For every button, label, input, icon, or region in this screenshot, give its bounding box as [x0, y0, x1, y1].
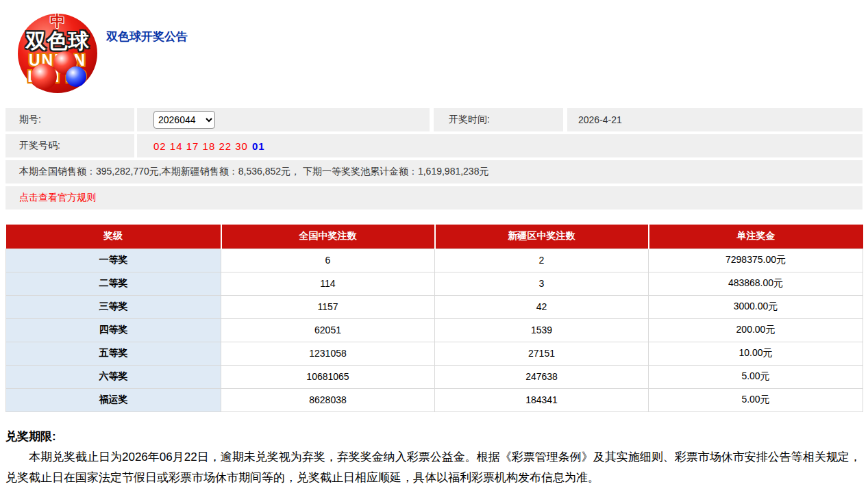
prize-table-header-row: 奖级 全国中奖注数 新疆区中奖注数 单注奖金: [6, 225, 863, 249]
prize-amount-cell: 5.00元: [649, 365, 863, 388]
xinjiang-winners-cell: 184341: [435, 388, 649, 411]
national-winners-cell: 6: [221, 249, 435, 272]
prize-level-cell: 六等奖: [6, 365, 221, 388]
prize-amount-cell: 5.00元: [649, 388, 863, 411]
national-winners-cell: 1157: [221, 295, 435, 318]
issue-label: 期号:: [5, 108, 134, 131]
winning-numbers: 02 14 17 18 22 30 01: [137, 134, 863, 157]
xinjiang-winners-cell: 27151: [435, 342, 649, 365]
prize-amount-cell: 7298375.00元: [649, 249, 863, 272]
col-header-xinjiang-winners: 新疆区中奖注数: [435, 225, 649, 249]
national-winners-cell: 8628038: [221, 388, 435, 411]
prize-level-cell: 四等奖: [6, 318, 221, 342]
table-row: 五等奖 1231058 27151 10.00元: [6, 342, 863, 365]
prize-level-cell: 一等奖: [6, 249, 221, 272]
prize-amount-cell: 3000.00元: [649, 295, 863, 318]
table-row: 一等奖 6 2 7298375.00元: [6, 249, 863, 272]
redemption-deadline-text: 本期兑奖截止日为2026年06月22日，逾期未兑奖视为弃奖，弃奖奖金纳入彩票公益…: [5, 447, 863, 488]
national-winners-cell: 1231058: [221, 342, 435, 365]
numbers-label: 开奖号码:: [5, 134, 134, 157]
red-ball-icon: [31, 64, 57, 90]
blue-number: 01: [252, 140, 265, 152]
draw-time-value: 2026-4-21: [567, 108, 863, 131]
xinjiang-winners-cell: 247638: [435, 365, 649, 388]
prize-level-cell: 福运奖: [6, 388, 221, 411]
xinjiang-winners-cell: 1539: [435, 318, 649, 342]
sales-row: 本期全国销售额：395,282,770元,本期新疆销售额：8,536,852元，…: [5, 160, 863, 183]
prize-table-body: 一等奖 6 2 7298375.00元 二等奖 114 3 483868.00元…: [6, 249, 863, 411]
national-winners-cell: 62051: [221, 318, 435, 342]
prize-level-cell: 二等奖: [6, 272, 221, 295]
national-winners-cell: 10681065: [221, 365, 435, 388]
national-winners-cell: 114: [221, 272, 435, 295]
draw-time-label: 开奖时间:: [434, 108, 563, 131]
prize-table-wrap: 奖级 全国中奖注数 新疆区中奖注数 单注奖金 一等奖 6 2 7298375.0…: [5, 225, 863, 412]
col-header-national-winners: 全国中奖注数: [221, 225, 435, 249]
issue-select[interactable]: 2026044: [153, 111, 215, 129]
rules-cell: 点击查看官方规则: [5, 186, 863, 210]
table-row: 三等奖 1157 42 3000.00元: [6, 295, 863, 318]
col-header-prize-amount: 单注奖金: [649, 225, 863, 249]
blue-ball-icon: [66, 66, 86, 87]
issue-row: 期号: 2026044 开奖时间: 2026-4-21: [5, 108, 863, 131]
prize-amount-cell: 200.00元: [649, 318, 863, 342]
xinjiang-winners-cell: 2: [435, 249, 649, 272]
prize-amount-cell: 10.00元: [649, 342, 863, 365]
prize-table: 奖级 全国中奖注数 新疆区中奖注数 单注奖金 一等奖 6 2 7298375.0…: [5, 225, 863, 412]
china-welfare-lottery-emblem-icon: 中: [18, 13, 97, 29]
red-numbers: 02 14 17 18 22 30: [153, 140, 248, 152]
prize-level-cell: 三等奖: [6, 295, 221, 318]
numbers-row: 开奖号码: 02 14 17 18 22 30 01: [5, 134, 863, 157]
xinjiang-winners-cell: 42: [435, 295, 649, 318]
xinjiang-winners-cell: 3: [435, 272, 649, 295]
prize-level-cell: 五等奖: [6, 342, 221, 365]
prize-amount-cell: 483868.00元: [649, 272, 863, 295]
sales-text: 本期全国销售额：395,282,770元,本期新疆销售额：8,536,852元，…: [5, 160, 863, 183]
table-row: 二等奖 114 3 483868.00元: [6, 272, 863, 295]
table-row: 六等奖 10681065 247638 5.00元: [6, 365, 863, 388]
rules-row: 点击查看官方规则: [5, 186, 863, 210]
table-row: 四等奖 62051 1539 200.00元: [6, 318, 863, 342]
redemption-deadline-title: 兑奖期限:: [5, 429, 863, 445]
issue-value-cell: 2026044: [137, 108, 430, 131]
official-rules-link[interactable]: 点击查看官方规则: [19, 192, 96, 204]
redemption-section: 兑奖期限: 本期兑奖截止日为2026年06月22日，逾期未兑奖视为弃奖，弃奖奖金…: [5, 429, 863, 488]
logo-text-cn: 双色球: [18, 30, 97, 52]
table-row: 福运奖 8628038 184341 5.00元: [6, 388, 863, 411]
page-title: 双色球开奖公告: [106, 29, 188, 45]
draw-info-panel: 期号: 2026044 开奖时间: 2026-4-21 开奖号码: 02 14 …: [5, 108, 863, 212]
col-header-prize-level: 奖级: [6, 225, 221, 249]
union-lotto-logo: 中 双色球 UNION LOTTO: [18, 14, 97, 93]
